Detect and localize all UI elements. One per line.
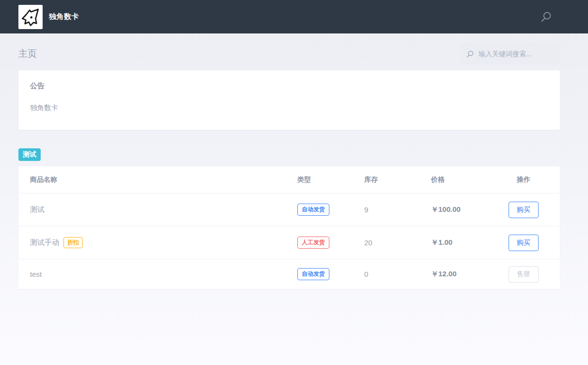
main-content: 主页 公告 独角数卡 测试 商品名称 类型 库存 价格 操作 [18, 43, 560, 289]
stock-value: 20 [364, 238, 431, 247]
stock-value: 0 [364, 270, 431, 278]
table-row: test 自动发货 0 ￥12.00 售罄 [18, 259, 560, 289]
keyword-search-box[interactable] [460, 43, 560, 64]
table-row: 测试 自动发货 9 ￥100.00 购买 [18, 193, 560, 226]
column-header-type: 类型 [297, 175, 364, 184]
table-header-row: 商品名称 类型 库存 价格 操作 [18, 166, 560, 193]
price-value: ￥100.00 [431, 205, 509, 214]
delivery-type-badge: 自动发货 [297, 204, 329, 216]
unicorn-logo-icon [18, 5, 43, 29]
product-name: 测试 [30, 205, 45, 214]
page-title: 主页 [18, 48, 37, 60]
discount-tag: 折扣 [63, 237, 83, 248]
top-navbar: 独角数卡 [0, 0, 588, 33]
table-row: 测试手动 折扣 人工发货 20 ￥1.00 购买 [18, 226, 560, 259]
brand-title: 独角数卡 [49, 12, 79, 21]
product-name: test [30, 270, 42, 278]
price-value: ￥12.00 [431, 270, 509, 279]
products-table: 商品名称 类型 库存 价格 操作 测试 自动发货 9 ￥100.00 购买 测试… [18, 166, 560, 289]
product-name: 测试手动 [30, 238, 59, 247]
search-icon [466, 50, 474, 58]
price-value: ￥1.00 [431, 238, 509, 247]
stock-value: 9 [364, 206, 431, 214]
buy-button[interactable]: 购买 [509, 202, 539, 218]
sold-out-button: 售罄 [509, 266, 539, 283]
announcement-body: 独角数卡 [30, 103, 548, 112]
announcement-title: 公告 [30, 81, 548, 91]
search-icon[interactable] [540, 11, 552, 23]
announcement-card: 公告 独角数卡 [18, 70, 560, 130]
column-header-stock: 库存 [364, 175, 431, 184]
column-header-name: 商品名称 [30, 175, 297, 184]
page-head: 主页 [18, 43, 560, 64]
brand-home-link[interactable]: 独角数卡 [18, 5, 79, 29]
buy-button[interactable]: 购买 [509, 235, 539, 251]
column-header-price: 价格 [431, 175, 509, 184]
column-header-action: 操作 [509, 175, 539, 184]
search-input[interactable] [479, 50, 555, 58]
delivery-type-badge: 自动发货 [297, 268, 329, 280]
group-badge: 测试 [18, 148, 41, 161]
delivery-type-badge: 人工发货 [297, 237, 329, 249]
